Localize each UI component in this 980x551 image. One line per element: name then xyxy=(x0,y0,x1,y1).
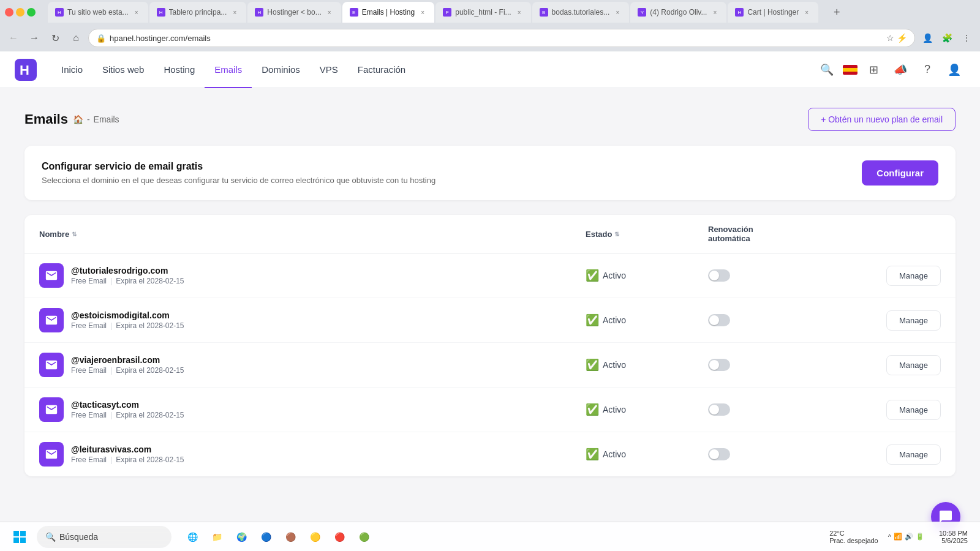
close-window-btn[interactable] xyxy=(5,8,13,17)
browser-tab-tab4[interactable]: E Emails | Hosting × xyxy=(342,2,434,23)
manage-button[interactable]: Manage xyxy=(886,444,941,465)
browser-tab-tab6[interactable]: B bodas.tutoriales... × xyxy=(532,2,630,23)
menu-btn[interactable]: ⋮ xyxy=(958,29,975,47)
email-plan: Free Email xyxy=(71,321,107,330)
browser-tab-tab1[interactable]: H Tu sitio web esta... × xyxy=(48,2,148,23)
address-bar[interactable]: 🔒 hpanel.hostinger.com/emails ☆ ⚡ xyxy=(88,29,915,47)
tab-favicon: H xyxy=(735,8,744,17)
auto-renew-toggle[interactable] xyxy=(708,448,730,460)
breadcrumb-sep: - xyxy=(87,114,90,124)
new-tab-btn[interactable]: + xyxy=(828,4,845,21)
tab-close-btn[interactable]: × xyxy=(613,8,622,17)
tab-close-btn[interactable]: × xyxy=(230,8,239,17)
reload-btn[interactable]: ↻ xyxy=(47,29,64,47)
status-cell: ✅ Activo xyxy=(586,269,708,282)
maximize-window-btn[interactable] xyxy=(27,8,36,17)
extension-icon[interactable]: ⚡ xyxy=(897,33,907,43)
app-nav: H InicioSitios webHostingEmailsDominiosV… xyxy=(0,51,980,88)
tab-title: bodas.tutoriales... xyxy=(552,8,610,17)
notifications-btn[interactable]: 📣 xyxy=(889,59,911,81)
tab-close-btn[interactable]: × xyxy=(515,8,524,17)
sort-icon: ⇅ xyxy=(72,231,77,238)
email-expiry: Expira el 2028-02-15 xyxy=(116,455,184,464)
home-btn[interactable]: ⌂ xyxy=(67,29,85,47)
action-cell: Manage xyxy=(843,355,941,375)
nav-link-hosting[interactable]: Hosting xyxy=(154,51,205,88)
tab-close-btn[interactable]: × xyxy=(325,8,334,17)
auto-renew-toggle[interactable] xyxy=(708,269,730,282)
email-icon xyxy=(39,442,64,467)
dashboard-btn[interactable]: ⊞ xyxy=(862,59,884,81)
email-cell: @leiturasvivas.com Free Email | Expira e… xyxy=(39,442,586,467)
status-check-icon: ✅ xyxy=(586,448,599,461)
breadcrumb-home-icon[interactable]: 🏠 xyxy=(73,114,83,124)
browser-tab-tab2[interactable]: H Tablero principa... × xyxy=(149,2,247,23)
forward-btn[interactable]: → xyxy=(26,29,43,47)
configure-button[interactable]: Configurar xyxy=(862,160,938,186)
help-btn[interactable]: ? xyxy=(916,59,938,81)
tab-favicon: H xyxy=(255,8,263,17)
email-cell: @tacticasyt.com Free Email | Expira el 2… xyxy=(39,397,586,422)
extensions-btn[interactable]: 🧩 xyxy=(938,29,956,47)
table-body: @tutorialesrodrigo.com Free Email | Expi… xyxy=(24,253,956,476)
browser-tab-tab3[interactable]: H Hostinger < bo... × xyxy=(247,2,341,23)
nav-link-vps[interactable]: VPS xyxy=(310,51,348,88)
account-btn[interactable]: 👤 xyxy=(943,59,965,81)
tab-close-btn[interactable]: × xyxy=(418,8,427,17)
auto-renew-toggle[interactable] xyxy=(708,359,730,371)
status-label: Activo xyxy=(603,360,626,370)
svg-text:H: H xyxy=(20,62,29,78)
email-plan: Free Email xyxy=(71,411,107,419)
email-info: @leiturasvivas.com Free Email | Expira e… xyxy=(71,444,184,464)
manage-button[interactable]: Manage xyxy=(886,310,941,331)
manage-button[interactable]: Manage xyxy=(886,400,941,420)
breadcrumb: 🏠 - Emails xyxy=(73,114,119,124)
banner-text: Configurar servicio de email gratis Sele… xyxy=(42,161,435,185)
window-controls xyxy=(5,8,36,17)
col-nombre[interactable]: Nombre ⇅ xyxy=(39,225,586,243)
profile-btn[interactable]: 👤 xyxy=(919,29,936,47)
email-cell: @viajeroenbrasil.com Free Email | Expira… xyxy=(39,353,586,377)
nav-link-dominios[interactable]: Dominios xyxy=(252,51,310,88)
tab-title: public_html - Fi... xyxy=(455,8,511,17)
email-domain: @viajeroenbrasil.com xyxy=(71,355,184,365)
minimize-window-btn[interactable] xyxy=(16,8,24,17)
browser-titlebar: H Tu sitio web esta... × H Tablero princ… xyxy=(0,0,980,24)
manage-button[interactable]: Manage xyxy=(886,266,941,286)
nav-link-sitios[interactable]: Sitios web xyxy=(92,51,154,88)
star-icon[interactable]: ☆ xyxy=(886,33,894,43)
search-btn[interactable]: 🔍 xyxy=(816,59,838,81)
browser-tab-tab8[interactable]: H Cart | Hostinger × xyxy=(728,2,818,23)
manage-button[interactable]: Manage xyxy=(886,355,941,375)
tab-close-btn[interactable]: × xyxy=(132,8,141,17)
language-flag[interactable] xyxy=(843,65,858,75)
tab-close-btn[interactable]: × xyxy=(710,8,719,17)
browser-tab-tab5[interactable]: F public_html - Fi... × xyxy=(435,2,530,23)
status-label: Activo xyxy=(603,271,626,280)
email-info: @tacticasyt.com Free Email | Expira el 2… xyxy=(71,400,184,419)
email-info: @viajeroenbrasil.com Free Email | Expira… xyxy=(71,355,184,375)
nav-link-emails[interactable]: Emails xyxy=(205,51,252,88)
email-plan: Free Email xyxy=(71,366,107,375)
tab-favicon: H xyxy=(55,8,64,17)
nav-link-facturacion[interactable]: Facturación xyxy=(348,51,415,88)
hostinger-logo[interactable]: H xyxy=(15,59,37,81)
email-info: @tutorialesrodrigo.com Free Email | Expi… xyxy=(71,266,184,285)
new-plan-button[interactable]: + Obtén un nuevo plan de email xyxy=(808,108,956,131)
page-header: Emails 🏠 - Emails + Obtén un nuevo plan … xyxy=(24,108,956,131)
nav-link-inicio[interactable]: Inicio xyxy=(51,51,92,88)
auto-renew-toggle[interactable] xyxy=(708,314,730,326)
browser-tab-tab7[interactable]: Y (4) Rodrigo Oliv... × xyxy=(630,2,726,23)
auto-renew-toggle[interactable] xyxy=(708,403,730,416)
banner-description: Selecciona el dominio en el que deseas c… xyxy=(42,176,435,185)
tab-favicon: B xyxy=(540,8,548,17)
status-cell: ✅ Activo xyxy=(586,403,708,416)
tab-title: (4) Rodrigo Oliv... xyxy=(650,8,707,17)
back-btn[interactable]: ← xyxy=(5,29,22,47)
tab-close-btn[interactable]: × xyxy=(802,8,811,17)
action-cell: Manage xyxy=(843,400,941,420)
status-check-icon: ✅ xyxy=(586,313,599,327)
page-title: Emails xyxy=(24,111,68,127)
col-estado[interactable]: Estado ⇅ xyxy=(586,225,708,243)
lock-icon: 🔒 xyxy=(96,34,106,43)
